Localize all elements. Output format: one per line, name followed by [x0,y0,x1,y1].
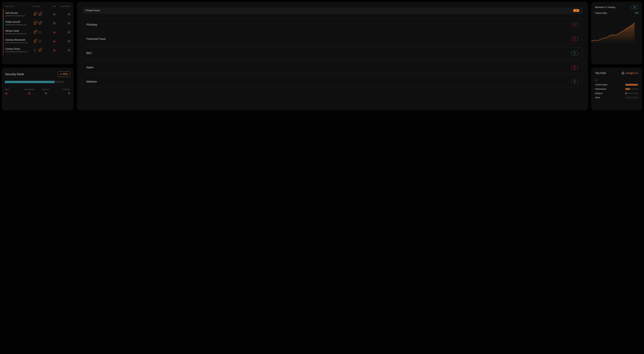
employee-email: zain@reformcollective,com [5,15,33,17]
training-card: Members In Training 23 Failure Rate 5% [591,2,642,64]
ip-country: Belgium [595,92,602,94]
check-icon [38,92,54,95]
password-status [59,22,70,24]
threats-header[interactable]: Threats Found 13 [82,7,582,14]
employee-row[interactable]: Lindsey Doninlindsey@reformcollective,co… [3,46,70,55]
employee-name: Phillip Aminoff [5,20,33,23]
svg-point-5 [54,13,55,15]
phone-icon [33,48,37,52]
svg-point-12 [54,22,55,24]
threats-count-pill: 13 [573,9,579,12]
ip-bar [626,88,638,90]
desktop-icon: 3 [38,12,42,16]
employee-devices: 2 [33,30,50,34]
password-status [59,49,70,51]
top-host-name-text: Google LLC [626,72,638,74]
threat-count-pill: 0 [571,79,578,84]
security-rank-title: Security Rank [5,72,24,76]
threat-item[interactable]: Phishing5 [82,19,582,30]
svg-point-21 [68,31,70,33]
security-rank-badge: 80% [58,71,70,77]
employee-devices: 13 [33,12,50,16]
rank-category-label: INDENTITY [38,89,54,90]
threat-item[interactable]: Malware0 [82,76,582,87]
desktop-count-badge: 3 [40,12,42,14]
desktop-count-badge: 1 [40,48,42,50]
ips-label: IPs [595,79,638,81]
members-in-training-pill: 23 [631,5,638,9]
employees-card: EMPLOYEE DEVICES MFA PASSWORD Zain Rosse… [2,2,74,64]
ip-row: Netherlands [595,88,638,90]
employee-email: lindsey@reformcollective,com [5,51,33,53]
employee-row[interactable]: Desirae WesterveltDesirae@reformcollecti… [3,37,70,46]
threat-name: Financial Fraud [86,37,106,40]
warning-icon [5,92,20,95]
mfa-status [50,40,59,42]
ip-country: United States [595,83,608,86]
threat-count-pill: 2 [571,37,578,41]
google-icon [622,72,624,74]
threat-count-pill: 0 [571,51,578,55]
employee-devices: 2 [33,39,50,43]
col-devices: DEVICES [33,5,50,7]
ip-row: United States [595,83,638,86]
desktop-icon: 1 [38,48,42,52]
rank-category-label: TRAINING [55,89,70,90]
employee-row[interactable]: Phillip Aminoffphillip@reformcollective,… [3,19,70,28]
threat-item[interactable]: Spam6 [82,61,582,73]
mfa-status [50,13,59,15]
desktop-count-badge: 1 [40,21,42,23]
top-host-card: Top Host Google LLC IPs United StatesNet… [591,68,642,110]
col-mfa: MFA [50,5,59,7]
mfa-status [50,31,59,33]
phone-icon: 2 [33,30,37,34]
desktop-icon: 1 [38,21,42,25]
employee-name: Zain Rosser [5,11,33,14]
rank-category-label: EMAIL [5,89,20,90]
divider [5,86,70,86]
threats-card: Threats Found 13 Phishing5Financial Frau… [77,2,588,110]
ip-bar [626,97,638,99]
col-password: PASSWORD [59,5,70,7]
check-icon [55,92,70,95]
svg-point-37 [68,49,70,51]
ip-country: Other [595,96,600,99]
svg-point-13 [68,22,70,24]
rank-category: TRAINING [55,89,70,95]
ip-bar [626,92,638,94]
phone-icon: 2 [33,21,37,25]
desktop-icon [38,39,42,43]
threat-count-pill: 6 [571,65,578,69]
phone-count-badge: 2 [35,30,37,32]
employee-name: Lindsey Donin [5,47,33,50]
rank-category: EMAIL [5,89,20,95]
threat-count-pill: 5 [571,22,578,27]
password-status [59,40,70,42]
phone-icon: 2 [33,39,37,43]
employee-email: Alfred@reformcollective,com [5,33,33,35]
rank-category: INDENTITY [38,89,54,95]
desktop-icon [38,30,42,34]
employee-name: Alfredo Geidt [5,29,33,32]
mfa-status [50,49,59,51]
failure-rate-label: Failure Rate [595,12,607,14]
ip-country: Netherlands [595,88,606,90]
failure-rate-value: 5% [635,11,638,14]
phone-count-badge: 2 [35,39,37,41]
top-host-value: Google LLC [622,72,638,74]
svg-point-42 [45,92,47,94]
security-rank-card: Security Rank 80% EMAILMONITORINGINDENTI… [2,68,74,110]
employee-row[interactable]: Alfredo GeidtAlfred@reformcollective,com… [3,28,70,37]
svg-rect-24 [38,40,41,42]
ip-row: Belgium [595,92,638,94]
training-sparkline [591,19,634,43]
top-host-title: Top Host [595,71,606,75]
employee-devices: 1 [33,48,50,52]
threat-item[interactable]: Financial Fraud2 [82,33,582,45]
employee-row[interactable]: Zain Rosserzain@reformcollective,com13 [3,10,70,19]
mfa-status [50,22,59,24]
svg-point-43 [68,92,70,94]
threat-item[interactable]: BEC0 [82,47,582,59]
employees-headers: EMPLOYEE DEVICES MFA PASSWORD [5,5,70,10]
phone-count-badge: 1 [35,12,37,14]
